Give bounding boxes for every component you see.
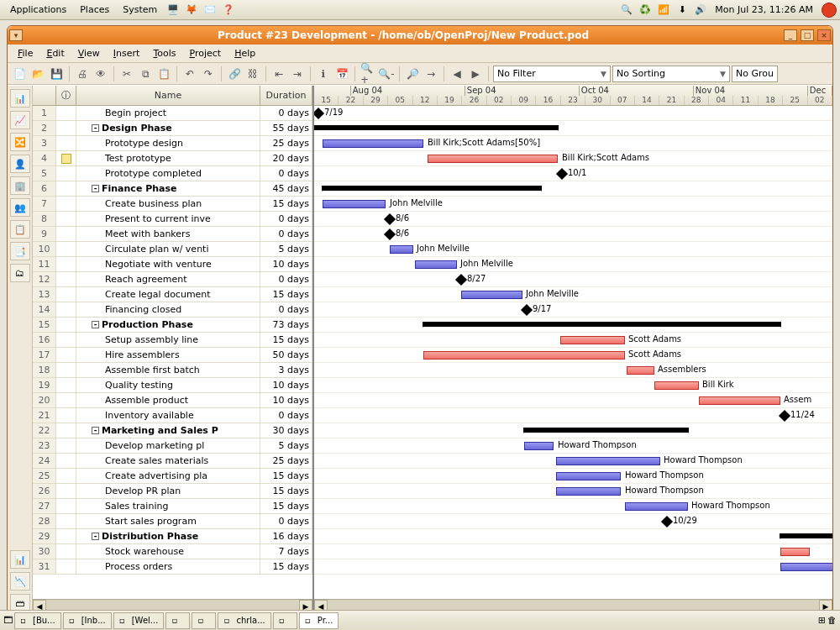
table-row[interactable]: 6-Finance Phase45 days: [33, 181, 312, 197]
taskbar-item[interactable]: ▫Pr...: [299, 612, 339, 629]
task-duration[interactable]: 15 days: [260, 559, 312, 574]
gantt-bar[interactable]: [699, 396, 780, 405]
next-button[interactable]: ▶: [467, 66, 484, 82]
preview-button[interactable]: 👁: [92, 66, 109, 82]
taskbar-item[interactable]: ▫: [273, 612, 297, 629]
open-button[interactable]: 📂: [29, 66, 46, 82]
task-duration[interactable]: 0 days: [260, 408, 312, 423]
task-name[interactable]: Stock warehouse: [76, 544, 260, 559]
table-row[interactable]: 19Quality testing10 days: [33, 378, 312, 393]
gantt-row[interactable]: Assem: [314, 393, 832, 408]
gantt-row[interactable]: [314, 121, 832, 136]
copy-button[interactable]: ⧉: [137, 66, 154, 82]
goto-button[interactable]: →: [423, 66, 439, 82]
firefox-icon[interactable]: 🦊: [184, 3, 199, 18]
gantt-row[interactable]: [314, 544, 832, 559]
histogram-button[interactable]: 📊: [10, 550, 30, 569]
gnome-menu-system[interactable]: System: [116, 3, 164, 17]
close-button[interactable]: ×: [817, 29, 831, 41]
print-button[interactable]: 🖨: [74, 66, 91, 82]
task-duration[interactable]: 25 days: [260, 454, 312, 468]
task-duration[interactable]: 30 days: [260, 423, 312, 438]
gantt-row[interactable]: [314, 181, 832, 197]
table-row[interactable]: 21Inventory available0 days: [33, 408, 312, 423]
gantt-bar[interactable]: [423, 322, 780, 327]
table-row[interactable]: 13Create legal document15 days: [33, 287, 312, 302]
gantt-row[interactable]: Howard Thompson: [314, 454, 832, 469]
table-row[interactable]: 28Start sales program0 days: [33, 514, 312, 529]
table-row[interactable]: 14Financing closed0 days: [33, 302, 312, 318]
help-icon[interactable]: ❓: [221, 3, 236, 18]
task-name[interactable]: Create sales materials: [76, 454, 260, 468]
table-row[interactable]: 27Sales training15 days: [33, 499, 312, 514]
col-rownum[interactable]: [33, 86, 56, 105]
gantt-row[interactable]: [314, 529, 832, 544]
table-row[interactable]: 8Present to current inve0 days: [33, 212, 312, 227]
table-row[interactable]: 25Create advertising pla15 days: [33, 469, 312, 484]
gantt-bar[interactable]: [323, 186, 541, 191]
gantt-row[interactable]: 8/27: [314, 272, 832, 287]
minimize-button[interactable]: _: [784, 29, 797, 41]
usage-view-button[interactable]: 📑: [10, 242, 30, 260]
gantt-row[interactable]: [314, 423, 832, 438]
menu-file[interactable]: File: [11, 46, 39, 60]
task-duration[interactable]: 0 days: [260, 302, 312, 317]
group-combo[interactable]: No Grou: [732, 66, 778, 82]
gantt-bar[interactable]: [625, 502, 688, 511]
table-row[interactable]: 17Hire assemblers50 days: [33, 348, 312, 363]
task-duration[interactable]: 15 days: [260, 333, 312, 347]
task-name[interactable]: Financing closed: [76, 302, 260, 317]
new-button[interactable]: 📄: [11, 66, 28, 82]
taskbar-item[interactable]: ▫chrla...: [218, 612, 270, 629]
task-name[interactable]: Test prototype: [76, 151, 260, 165]
task-name[interactable]: Develop PR plan: [76, 484, 260, 498]
gantt-row[interactable]: Bill Kirk;Scott Adams: [314, 151, 832, 166]
calendar-button[interactable]: 📅: [333, 66, 350, 82]
gantt-bar[interactable]: [415, 260, 457, 269]
mail-icon[interactable]: ✉️: [202, 3, 218, 18]
milestone-icon[interactable]: [556, 168, 568, 180]
task-name[interactable]: Create advertising pla: [76, 469, 260, 483]
gantt-row[interactable]: 11/24: [314, 408, 832, 423]
table-row[interactable]: 30Stock warehouse7 days: [33, 544, 312, 559]
resource-view-button[interactable]: 👤: [10, 155, 30, 173]
task-duration[interactable]: 0 days: [260, 227, 312, 241]
milestone-icon[interactable]: [384, 213, 396, 225]
gantt-row[interactable]: 10/1: [314, 166, 832, 181]
gantt-row[interactable]: Howard Thompson: [314, 499, 832, 514]
gantt-bar[interactable]: [428, 155, 558, 163]
menu-view[interactable]: View: [71, 46, 107, 60]
find-button[interactable]: 🔎: [404, 66, 421, 82]
task-duration[interactable]: 55 days: [260, 121, 312, 135]
gantt-bar[interactable]: [323, 139, 423, 148]
task-duration[interactable]: 15 days: [260, 287, 312, 302]
milestone-icon[interactable]: [521, 304, 533, 316]
table-row[interactable]: 22-Marketing and Sales P30 days: [33, 423, 312, 438]
table-row[interactable]: 4Test prototype20 days: [33, 151, 312, 166]
gantt-row[interactable]: John Melville: [314, 257, 832, 272]
task-duration[interactable]: 15 days: [260, 197, 312, 211]
task-duration[interactable]: 15 days: [260, 484, 312, 498]
taskbar-item[interactable]: ▫[Inb...: [63, 612, 112, 629]
cut-button[interactable]: ✂: [118, 66, 135, 82]
task-duration[interactable]: 3 days: [260, 363, 312, 377]
table-row[interactable]: 11Negotiate with venture10 days: [33, 257, 312, 272]
milestone-icon[interactable]: [779, 410, 790, 422]
gantt-row[interactable]: Scott Adams: [314, 348, 832, 363]
task-duration[interactable]: 0 days: [260, 272, 312, 286]
task-duration[interactable]: 5 days: [260, 242, 312, 256]
task-duration[interactable]: 10 days: [260, 378, 312, 392]
task-duration[interactable]: 16 days: [260, 529, 312, 543]
task-name[interactable]: Sales training: [76, 499, 260, 513]
gantt-bar[interactable]: [390, 245, 413, 254]
table-row[interactable]: 5Prototype completed0 days: [33, 166, 312, 181]
menu-help[interactable]: Help: [228, 46, 262, 60]
task-name[interactable]: Assemble product: [76, 393, 260, 407]
task-duration[interactable]: 50 days: [260, 348, 312, 362]
col-duration[interactable]: Duration: [260, 86, 312, 105]
gantt-bar[interactable]: [524, 442, 554, 450]
gnome-menu-applications[interactable]: Applications: [3, 3, 73, 17]
task-duration[interactable]: 45 days: [260, 181, 312, 196]
gantt-row[interactable]: 9/17: [314, 302, 832, 318]
table-row[interactable]: 31Process orders15 days: [33, 559, 312, 575]
